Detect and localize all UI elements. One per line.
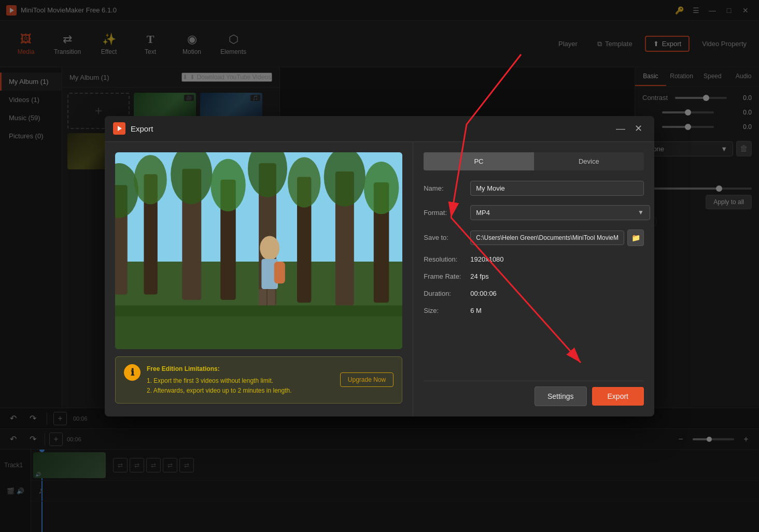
frame-rate-label: Frame Rate:: [424, 272, 470, 280]
svg-rect-28: [115, 316, 402, 349]
dialog-footer: Settings Export: [424, 381, 644, 406]
name-label: Name:: [424, 184, 470, 192]
forest-svg: [115, 152, 402, 349]
limitations-warning: ℹ Free Edition Limitations: 1. Export th…: [115, 356, 402, 404]
frame-rate-value: 24 fps: [470, 272, 644, 280]
name-input[interactable]: [470, 181, 644, 196]
duration-row: Duration: 00:00:06: [424, 290, 644, 297]
settings-button[interactable]: Settings: [535, 386, 587, 406]
format-field-row: Format: MP4 AVI MOV MKV ▼: [424, 205, 644, 220]
export-dialog-button[interactable]: Export: [592, 387, 644, 406]
svg-point-17: [210, 159, 246, 211]
dialog-header: Export — ✕: [105, 116, 654, 142]
resolution-label: Resolution:: [424, 255, 470, 263]
path-row: C:\Users\Helen Green\Documents\MiniTool …: [470, 229, 644, 246]
warning-line1: 1. Export the first 3 videos without len…: [147, 377, 273, 384]
warning-icon: ℹ: [124, 364, 140, 381]
warning-line2: 2. Afterwards, export video up to 2 minu…: [147, 387, 292, 394]
size-value: 6 M: [470, 307, 644, 314]
save-path-display: C:\Users\Helen Green\Documents\MiniTool …: [470, 231, 624, 245]
name-field-row: Name:: [424, 181, 644, 196]
resolution-row: Resolution: 1920x1080: [424, 255, 644, 263]
svg-point-22: [260, 236, 279, 260]
dialog-title: Export: [131, 124, 613, 133]
export-dialog: Export — ✕: [105, 116, 654, 416]
svg-rect-24: [274, 262, 285, 283]
warning-text: Free Edition Limitations: 1. Export the …: [147, 364, 334, 396]
tab-device[interactable]: Device: [534, 152, 644, 170]
dialog-settings: PC Device Name: Format: MP4: [413, 142, 654, 416]
duration-label: Duration:: [424, 290, 470, 297]
video-frame: [115, 152, 402, 349]
preview-video: [115, 152, 402, 349]
browse-folder-button[interactable]: 📁: [627, 229, 644, 246]
svg-point-19: [288, 157, 320, 207]
resolution-value: 1920x1080: [470, 255, 644, 263]
dialog-close-button[interactable]: ✕: [630, 121, 646, 136]
size-label: Size:: [424, 307, 470, 314]
dialog-preview: ℹ Free Edition Limitations: 1. Export th…: [105, 142, 413, 416]
dialog-logo: [113, 122, 125, 135]
svg-point-21: [364, 161, 399, 213]
duration-value: 00:00:06: [470, 290, 644, 297]
svg-point-15: [134, 155, 166, 204]
format-select-wrapper: MP4 AVI MOV MKV ▼: [470, 205, 644, 220]
size-row: Size: 6 M: [424, 307, 644, 314]
tab-pc[interactable]: PC: [424, 152, 533, 170]
upgrade-now-button[interactable]: Upgrade Now: [340, 372, 393, 387]
frame-rate-row: Frame Rate: 24 fps: [424, 272, 644, 280]
save-to-label: Save to:: [424, 234, 470, 241]
dialog-minimize-button[interactable]: —: [613, 121, 628, 136]
export-tabs: PC Device: [424, 152, 644, 170]
dialog-body: ℹ Free Edition Limitations: 1. Export th…: [105, 142, 654, 416]
format-label: Format:: [424, 209, 470, 217]
save-to-row: Save to: C:\Users\Helen Green\Documents\…: [424, 229, 644, 246]
format-select[interactable]: MP4 AVI MOV MKV: [470, 205, 650, 220]
warning-title: Free Edition Limitations:: [147, 364, 334, 374]
dialog-overlay: Export — ✕: [0, 0, 759, 532]
